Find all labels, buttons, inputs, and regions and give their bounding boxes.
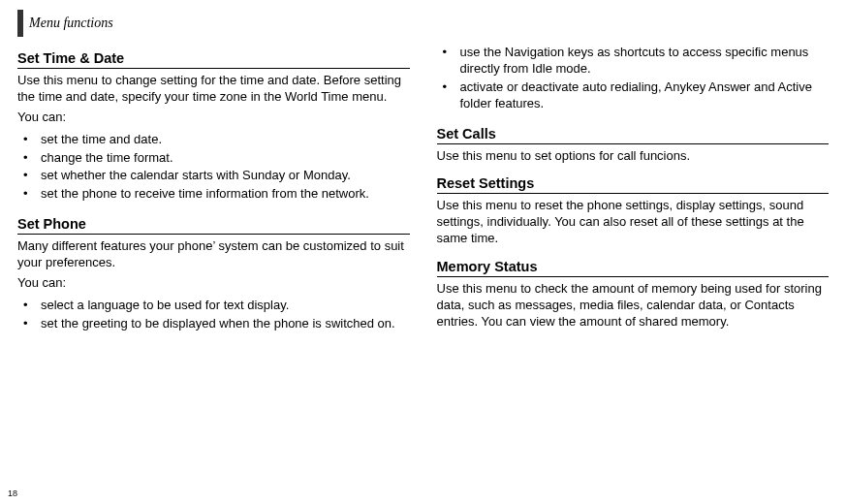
para-set-time-date: Use this menu to change setting for the …: [17, 73, 410, 106]
list-item: set the greeting to be displayed when th…: [17, 316, 410, 332]
heading-set-calls: Set Calls: [437, 126, 830, 144]
para-set-calls: Use this menu to set options for call fu…: [437, 148, 830, 165]
right-column: use the Navigation keys as shortcuts to …: [437, 43, 830, 338]
content-columns: Set Time & Date Use this menu to change …: [17, 43, 829, 338]
bullets-set-time-date: set the time and date. change the time f…: [17, 132, 410, 205]
para-set-phone: Many different features your phone’ syst…: [17, 238, 410, 271]
heading-memory-status: Memory Status: [437, 259, 830, 277]
bullets-set-phone-cont: use the Navigation keys as shortcuts to …: [437, 45, 830, 114]
para-reset-settings: Use this menu to reset the phone setting…: [437, 198, 830, 247]
list-item: change the time format.: [17, 150, 410, 167]
page-number: 18: [8, 488, 17, 498]
list-item: set the phone to receive time informatio…: [17, 186, 410, 203]
left-column: Set Time & Date Use this menu to change …: [17, 43, 410, 338]
page-header: Menu functions: [17, 10, 829, 37]
para-memory-status: Use this menu to check the amount of mem…: [437, 281, 830, 331]
list-item: set the time and date.: [17, 132, 410, 148]
list-item: select a language to be used for text di…: [17, 298, 410, 314]
heading-reset-settings: Reset Settings: [437, 175, 830, 194]
header-title: Menu functions: [29, 16, 113, 31]
heading-set-phone: Set Phone: [17, 216, 410, 235]
list-item: activate or deactivate auto redialing, A…: [437, 79, 830, 112]
header-accent-mark: [17, 10, 23, 37]
list-item: set whether the calendar starts with Sun…: [17, 168, 410, 184]
heading-set-time-date: Set Time & Date: [17, 50, 410, 69]
list-item: use the Navigation keys as shortcuts to …: [437, 45, 830, 78]
bullets-set-phone: select a language to be used for text di…: [17, 298, 410, 334]
intro-set-phone: You can:: [17, 275, 410, 292]
intro-set-time-date: You can:: [17, 110, 410, 126]
